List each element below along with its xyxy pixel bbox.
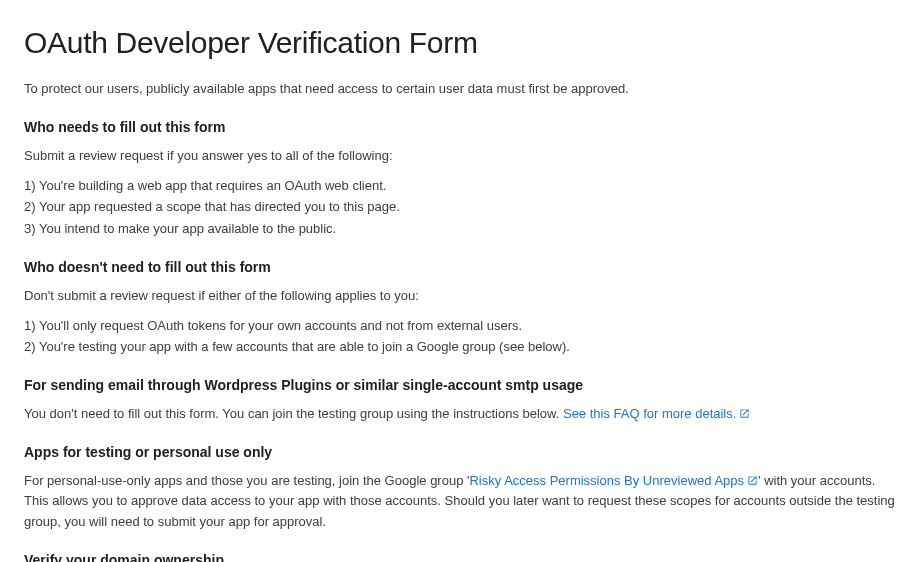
intro-text: To protect our users, publicly available… [24, 79, 896, 99]
list-item: 3) You intend to make your app available… [24, 219, 896, 239]
text-fragment: For personal-use-only apps and those you… [24, 473, 469, 488]
section-lead: Don't submit a review request if either … [24, 286, 896, 306]
list-item: 1) You'll only request OAuth tokens for … [24, 316, 896, 336]
page-title: OAuth Developer Verification Form [24, 20, 896, 65]
body-text: For personal-use-only apps and those you… [24, 471, 896, 531]
body-text: You don't need to fill out this form. Yo… [24, 404, 896, 424]
external-link-icon [747, 475, 758, 486]
section-heading-who-needs: Who needs to fill out this form [24, 117, 896, 138]
text-fragment: You don't need to fill out this form. Yo… [24, 406, 563, 421]
list-item: 2) You're testing your app with a few ac… [24, 337, 896, 357]
faq-link[interactable]: See this FAQ for more details. [563, 406, 750, 421]
section-heading-verify: Verify your domain ownership [24, 550, 896, 562]
list-item: 2) Your app requested a scope that has d… [24, 197, 896, 217]
section-lead: Submit a review request if you answer ye… [24, 146, 896, 166]
section-heading-who-not: Who doesn't need to fill out this form [24, 257, 896, 278]
external-link-icon [739, 408, 750, 419]
list-item: 1) You're building a web app that requir… [24, 176, 896, 196]
section-heading-smtp: For sending email through Wordpress Plug… [24, 375, 896, 396]
section-heading-testing: Apps for testing or personal use only [24, 442, 896, 463]
risky-group-link[interactable]: Risky Access Permissions By Unreviewed A… [469, 473, 758, 488]
exclusion-list: 1) You'll only request OAuth tokens for … [24, 316, 896, 357]
criteria-list: 1) You're building a web app that requir… [24, 176, 896, 238]
